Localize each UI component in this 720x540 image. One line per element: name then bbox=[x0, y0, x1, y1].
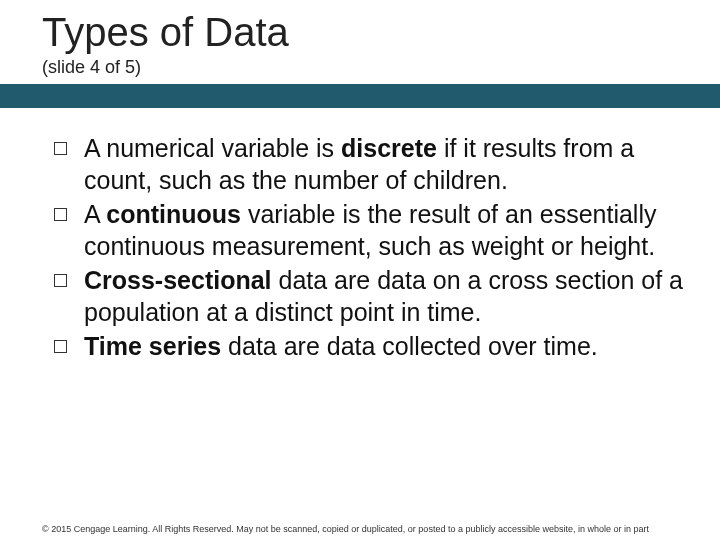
slide-subtitle: (slide 4 of 5) bbox=[42, 57, 720, 78]
text-bold: Cross-sectional bbox=[84, 266, 272, 294]
text-bold: Time series bbox=[84, 332, 221, 360]
text-pre: A bbox=[84, 200, 106, 228]
title-area: Types of Data (slide 4 of 5) bbox=[0, 0, 720, 78]
copyright-footer: © 2015 Cengage Learning. All Rights Rese… bbox=[42, 524, 690, 534]
text-pre: A numerical variable is bbox=[84, 134, 341, 162]
content-area: A numerical variable is discrete if it r… bbox=[0, 108, 720, 362]
text-post: data are data collected over time. bbox=[221, 332, 598, 360]
list-item: Time series data are data collected over… bbox=[50, 330, 690, 362]
list-item: A continuous variable is the result of a… bbox=[50, 198, 690, 262]
slide-title: Types of Data bbox=[42, 10, 720, 55]
list-item: A numerical variable is discrete if it r… bbox=[50, 132, 690, 196]
bullet-list: A numerical variable is discrete if it r… bbox=[50, 132, 690, 362]
list-item: Cross-sectional data are data on a cross… bbox=[50, 264, 690, 328]
text-bold: continuous bbox=[106, 200, 241, 228]
text-bold: discrete bbox=[341, 134, 437, 162]
accent-bar bbox=[0, 84, 720, 108]
